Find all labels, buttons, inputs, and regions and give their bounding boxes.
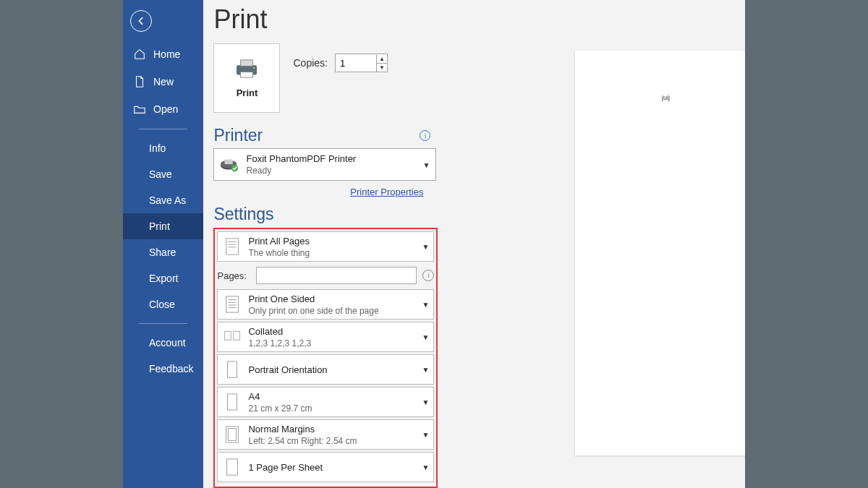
chevron-down-icon: ▼ — [422, 398, 430, 406]
setting-orientation[interactable]: Portrait Orientation ▼ — [217, 354, 434, 385]
setting-collation[interactable]: Collated 1,2,3 1,2,3 1,2,3 ▼ — [217, 322, 434, 352]
chevron-down-icon: ▼ — [422, 463, 430, 471]
setting-title: A4 — [248, 391, 429, 402]
printer-properties-link[interactable]: Printer Properties — [213, 187, 423, 197]
copies-decrement-button[interactable]: ▼ — [377, 64, 387, 72]
sidebar-item-label: New — [153, 76, 174, 87]
portrait-icon — [222, 359, 242, 380]
margins-icon — [222, 424, 242, 445]
setting-title: Collated — [248, 326, 429, 337]
page-one-sided-icon — [222, 294, 242, 314]
printer-icon — [233, 59, 260, 79]
setting-duplex[interactable]: Print One Sided Only print on one side o… — [217, 289, 434, 320]
preview-text: juij — [662, 94, 670, 101]
sidebar: Home New Open Info Save Save As Print — [123, 0, 203, 488]
chevron-down-icon: ▼ — [422, 301, 430, 309]
svg-rect-2 — [241, 72, 253, 77]
sidebar-item-info[interactable]: Info — [123, 135, 203, 161]
setting-title: 1 Page Per Sheet — [248, 462, 429, 473]
setting-title: Print All Pages — [248, 236, 429, 247]
pages-input[interactable] — [256, 267, 417, 284]
preview-page: juij — [575, 51, 745, 455]
sidebar-item-label: Feedback — [149, 363, 193, 374]
copies-label: Copies: — [293, 57, 327, 69]
chevron-down-icon: ▼ — [422, 431, 430, 439]
info-icon[interactable]: i — [422, 270, 434, 281]
sidebar-item-label: Info — [149, 142, 166, 154]
svg-point-7 — [231, 165, 238, 171]
pages-label: Pages: — [217, 270, 250, 281]
copies-spinner: ▲ ▼ — [335, 53, 388, 72]
folder-open-icon — [133, 103, 146, 116]
app-window: Home New Open Info Save Save As Print — [123, 0, 745, 488]
svg-rect-23 — [227, 459, 238, 475]
settings-section-heading: Settings — [213, 205, 273, 224]
sidebar-divider — [139, 129, 187, 129]
gutter-right — [745, 0, 868, 488]
print-button[interactable]: Print — [213, 43, 280, 113]
setting-sub: Only print on one side of the page — [248, 306, 429, 316]
chevron-down-icon: ▼ — [422, 243, 430, 251]
printer-status: Ready — [246, 166, 430, 176]
svg-rect-1 — [241, 59, 253, 65]
sidebar-item-label: Open — [153, 103, 178, 115]
setting-margins[interactable]: Normal Margins Left: 2.54 cm Right: 2.54… — [217, 419, 434, 450]
sidebar-item-save[interactable]: Save — [123, 161, 203, 187]
svg-point-3 — [253, 67, 255, 69]
page-icon — [222, 236, 242, 257]
copies-input[interactable] — [336, 55, 376, 71]
home-icon — [133, 48, 146, 61]
copies-increment-button[interactable]: ▲ — [377, 55, 387, 64]
print-preview-area: juij — [575, 0, 745, 488]
document-icon — [133, 75, 146, 88]
svg-rect-18 — [234, 331, 240, 340]
sidebar-item-save-as[interactable]: Save As — [123, 187, 203, 213]
setting-sub: 1,2,3 1,2,3 1,2,3 — [248, 338, 429, 348]
content-area: Print Print Copies: ▲ ▼ — [203, 0, 745, 488]
sidebar-item-label: Save As — [149, 194, 186, 206]
setting-sub: Left: 2.54 cm Right: 2.54 cm — [248, 436, 429, 446]
svg-rect-17 — [225, 331, 231, 340]
setting-print-range[interactable]: Print All Pages The whole thing ▼ — [217, 231, 434, 262]
chevron-down-icon: ▼ — [423, 160, 430, 168]
printer-small-icon — [220, 157, 240, 173]
setting-pages-per-sheet[interactable]: 1 Page Per Sheet ▼ — [217, 452, 434, 482]
page-title: Print — [213, 4, 575, 35]
sidebar-item-share[interactable]: Share — [123, 239, 203, 265]
settings-highlight-box: Print All Pages The whole thing ▼ Pages:… — [213, 228, 438, 488]
setting-title: Normal Margins — [248, 424, 429, 435]
printer-name: Foxit PhantomPDF Printer — [246, 153, 430, 164]
svg-rect-19 — [228, 361, 237, 377]
sidebar-item-home[interactable]: Home — [123, 40, 203, 68]
sidebar-item-print[interactable]: Print — [123, 213, 203, 239]
sidebar-divider — [139, 323, 187, 324]
printer-section-heading: Printer — [213, 126, 263, 145]
sidebar-item-label: Print — [149, 221, 170, 232]
sidebar-item-export[interactable]: Export — [123, 265, 203, 291]
back-button[interactable] — [130, 10, 152, 32]
chevron-down-icon: ▼ — [422, 333, 430, 341]
sidebar-item-label: Account — [149, 337, 186, 348]
sidebar-item-label: Close — [149, 299, 175, 310]
print-settings-column: Print Print Copies: ▲ ▼ — [203, 0, 575, 488]
sidebar-item-open[interactable]: Open — [123, 95, 203, 123]
setting-paper-size[interactable]: A4 21 cm x 29.7 cm ▼ — [217, 387, 434, 417]
svg-rect-6 — [225, 159, 233, 164]
print-button-label: Print — [237, 87, 258, 98]
svg-rect-20 — [228, 394, 237, 410]
info-icon[interactable]: i — [420, 130, 430, 141]
sidebar-item-new[interactable]: New — [123, 68, 203, 95]
sidebar-item-account[interactable]: Account — [123, 330, 203, 356]
collated-icon — [222, 327, 242, 347]
printer-select[interactable]: Foxit PhantomPDF Printer Ready ▼ — [213, 148, 436, 181]
sheet-icon — [222, 457, 242, 477]
setting-sub: 21 cm x 29.7 cm — [248, 403, 429, 414]
sidebar-item-label: Export — [149, 273, 178, 284]
sidebar-item-feedback[interactable]: Feedback — [123, 356, 203, 382]
setting-title: Portrait Orientation — [248, 364, 429, 375]
sidebar-item-label: Home — [153, 48, 180, 60]
gutter-left — [0, 0, 123, 488]
paper-icon — [222, 392, 242, 412]
sidebar-item-label: Save — [149, 168, 172, 180]
sidebar-item-close[interactable]: Close — [123, 291, 203, 317]
